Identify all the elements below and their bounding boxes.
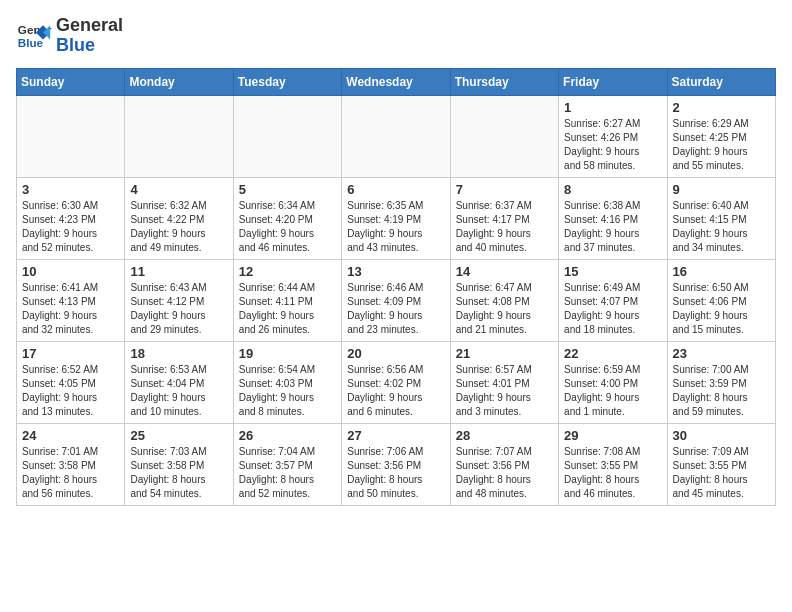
calendar-day-21: 21Sunrise: 6:57 AM Sunset: 4:01 PM Dayli… bbox=[450, 341, 558, 423]
calendar-day-14: 14Sunrise: 6:47 AM Sunset: 4:08 PM Dayli… bbox=[450, 259, 558, 341]
calendar-day-8: 8Sunrise: 6:38 AM Sunset: 4:16 PM Daylig… bbox=[559, 177, 667, 259]
day-detail: Sunrise: 6:41 AM Sunset: 4:13 PM Dayligh… bbox=[22, 281, 119, 337]
weekday-header-sunday: Sunday bbox=[17, 68, 125, 95]
day-detail: Sunrise: 6:50 AM Sunset: 4:06 PM Dayligh… bbox=[673, 281, 770, 337]
day-number: 28 bbox=[456, 428, 553, 443]
calendar-empty-cell bbox=[17, 95, 125, 177]
day-number: 4 bbox=[130, 182, 227, 197]
weekday-header-row: SundayMondayTuesdayWednesdayThursdayFrid… bbox=[17, 68, 776, 95]
day-number: 30 bbox=[673, 428, 770, 443]
calendar-day-4: 4Sunrise: 6:32 AM Sunset: 4:22 PM Daylig… bbox=[125, 177, 233, 259]
day-detail: Sunrise: 6:52 AM Sunset: 4:05 PM Dayligh… bbox=[22, 363, 119, 419]
calendar-day-11: 11Sunrise: 6:43 AM Sunset: 4:12 PM Dayli… bbox=[125, 259, 233, 341]
calendar-week-row: 1Sunrise: 6:27 AM Sunset: 4:26 PM Daylig… bbox=[17, 95, 776, 177]
day-number: 5 bbox=[239, 182, 336, 197]
day-detail: Sunrise: 6:44 AM Sunset: 4:11 PM Dayligh… bbox=[239, 281, 336, 337]
weekday-header-friday: Friday bbox=[559, 68, 667, 95]
day-number: 1 bbox=[564, 100, 661, 115]
day-detail: Sunrise: 6:46 AM Sunset: 4:09 PM Dayligh… bbox=[347, 281, 444, 337]
calendar-day-3: 3Sunrise: 6:30 AM Sunset: 4:23 PM Daylig… bbox=[17, 177, 125, 259]
logo-blue: Blue bbox=[56, 36, 123, 56]
calendar-day-13: 13Sunrise: 6:46 AM Sunset: 4:09 PM Dayli… bbox=[342, 259, 450, 341]
day-detail: Sunrise: 7:04 AM Sunset: 3:57 PM Dayligh… bbox=[239, 445, 336, 501]
day-number: 10 bbox=[22, 264, 119, 279]
day-detail: Sunrise: 6:32 AM Sunset: 4:22 PM Dayligh… bbox=[130, 199, 227, 255]
day-detail: Sunrise: 6:37 AM Sunset: 4:17 PM Dayligh… bbox=[456, 199, 553, 255]
day-detail: Sunrise: 6:29 AM Sunset: 4:25 PM Dayligh… bbox=[673, 117, 770, 173]
calendar-day-5: 5Sunrise: 6:34 AM Sunset: 4:20 PM Daylig… bbox=[233, 177, 341, 259]
day-number: 22 bbox=[564, 346, 661, 361]
calendar-day-17: 17Sunrise: 6:52 AM Sunset: 4:05 PM Dayli… bbox=[17, 341, 125, 423]
day-number: 24 bbox=[22, 428, 119, 443]
day-number: 7 bbox=[456, 182, 553, 197]
day-detail: Sunrise: 6:30 AM Sunset: 4:23 PM Dayligh… bbox=[22, 199, 119, 255]
day-number: 3 bbox=[22, 182, 119, 197]
logo: General Blue General Blue bbox=[16, 16, 123, 56]
logo-general: General bbox=[56, 16, 123, 36]
calendar-week-row: 3Sunrise: 6:30 AM Sunset: 4:23 PM Daylig… bbox=[17, 177, 776, 259]
day-number: 17 bbox=[22, 346, 119, 361]
day-number: 12 bbox=[239, 264, 336, 279]
calendar-empty-cell bbox=[450, 95, 558, 177]
calendar-day-28: 28Sunrise: 7:07 AM Sunset: 3:56 PM Dayli… bbox=[450, 423, 558, 505]
day-detail: Sunrise: 6:40 AM Sunset: 4:15 PM Dayligh… bbox=[673, 199, 770, 255]
page-header: General Blue General Blue bbox=[16, 16, 776, 56]
calendar-table: SundayMondayTuesdayWednesdayThursdayFrid… bbox=[16, 68, 776, 506]
day-detail: Sunrise: 7:00 AM Sunset: 3:59 PM Dayligh… bbox=[673, 363, 770, 419]
day-number: 23 bbox=[673, 346, 770, 361]
day-detail: Sunrise: 7:08 AM Sunset: 3:55 PM Dayligh… bbox=[564, 445, 661, 501]
calendar-day-25: 25Sunrise: 7:03 AM Sunset: 3:58 PM Dayli… bbox=[125, 423, 233, 505]
day-detail: Sunrise: 7:03 AM Sunset: 3:58 PM Dayligh… bbox=[130, 445, 227, 501]
calendar-day-6: 6Sunrise: 6:35 AM Sunset: 4:19 PM Daylig… bbox=[342, 177, 450, 259]
day-number: 15 bbox=[564, 264, 661, 279]
day-number: 6 bbox=[347, 182, 444, 197]
day-detail: Sunrise: 6:43 AM Sunset: 4:12 PM Dayligh… bbox=[130, 281, 227, 337]
calendar-day-12: 12Sunrise: 6:44 AM Sunset: 4:11 PM Dayli… bbox=[233, 259, 341, 341]
day-number: 26 bbox=[239, 428, 336, 443]
calendar-day-16: 16Sunrise: 6:50 AM Sunset: 4:06 PM Dayli… bbox=[667, 259, 775, 341]
calendar-day-1: 1Sunrise: 6:27 AM Sunset: 4:26 PM Daylig… bbox=[559, 95, 667, 177]
day-detail: Sunrise: 7:07 AM Sunset: 3:56 PM Dayligh… bbox=[456, 445, 553, 501]
day-number: 2 bbox=[673, 100, 770, 115]
calendar-empty-cell bbox=[342, 95, 450, 177]
svg-text:Blue: Blue bbox=[18, 36, 44, 49]
day-detail: Sunrise: 6:34 AM Sunset: 4:20 PM Dayligh… bbox=[239, 199, 336, 255]
day-detail: Sunrise: 6:56 AM Sunset: 4:02 PM Dayligh… bbox=[347, 363, 444, 419]
calendar-day-18: 18Sunrise: 6:53 AM Sunset: 4:04 PM Dayli… bbox=[125, 341, 233, 423]
day-number: 25 bbox=[130, 428, 227, 443]
day-number: 14 bbox=[456, 264, 553, 279]
weekday-header-thursday: Thursday bbox=[450, 68, 558, 95]
calendar-day-20: 20Sunrise: 6:56 AM Sunset: 4:02 PM Dayli… bbox=[342, 341, 450, 423]
day-detail: Sunrise: 6:27 AM Sunset: 4:26 PM Dayligh… bbox=[564, 117, 661, 173]
day-detail: Sunrise: 6:57 AM Sunset: 4:01 PM Dayligh… bbox=[456, 363, 553, 419]
calendar-day-9: 9Sunrise: 6:40 AM Sunset: 4:15 PM Daylig… bbox=[667, 177, 775, 259]
calendar-day-23: 23Sunrise: 7:00 AM Sunset: 3:59 PM Dayli… bbox=[667, 341, 775, 423]
calendar-day-10: 10Sunrise: 6:41 AM Sunset: 4:13 PM Dayli… bbox=[17, 259, 125, 341]
calendar-day-7: 7Sunrise: 6:37 AM Sunset: 4:17 PM Daylig… bbox=[450, 177, 558, 259]
calendar-week-row: 17Sunrise: 6:52 AM Sunset: 4:05 PM Dayli… bbox=[17, 341, 776, 423]
day-detail: Sunrise: 6:47 AM Sunset: 4:08 PM Dayligh… bbox=[456, 281, 553, 337]
day-number: 13 bbox=[347, 264, 444, 279]
calendar-day-26: 26Sunrise: 7:04 AM Sunset: 3:57 PM Dayli… bbox=[233, 423, 341, 505]
day-number: 19 bbox=[239, 346, 336, 361]
day-detail: Sunrise: 6:53 AM Sunset: 4:04 PM Dayligh… bbox=[130, 363, 227, 419]
day-number: 16 bbox=[673, 264, 770, 279]
calendar-day-29: 29Sunrise: 7:08 AM Sunset: 3:55 PM Dayli… bbox=[559, 423, 667, 505]
day-detail: Sunrise: 7:09 AM Sunset: 3:55 PM Dayligh… bbox=[673, 445, 770, 501]
day-number: 27 bbox=[347, 428, 444, 443]
day-number: 21 bbox=[456, 346, 553, 361]
calendar-day-24: 24Sunrise: 7:01 AM Sunset: 3:58 PM Dayli… bbox=[17, 423, 125, 505]
calendar-day-15: 15Sunrise: 6:49 AM Sunset: 4:07 PM Dayli… bbox=[559, 259, 667, 341]
day-number: 20 bbox=[347, 346, 444, 361]
day-detail: Sunrise: 7:06 AM Sunset: 3:56 PM Dayligh… bbox=[347, 445, 444, 501]
calendar-day-2: 2Sunrise: 6:29 AM Sunset: 4:25 PM Daylig… bbox=[667, 95, 775, 177]
weekday-header-tuesday: Tuesday bbox=[233, 68, 341, 95]
calendar-day-27: 27Sunrise: 7:06 AM Sunset: 3:56 PM Dayli… bbox=[342, 423, 450, 505]
day-number: 11 bbox=[130, 264, 227, 279]
calendar-empty-cell bbox=[125, 95, 233, 177]
day-number: 9 bbox=[673, 182, 770, 197]
day-number: 29 bbox=[564, 428, 661, 443]
day-detail: Sunrise: 6:49 AM Sunset: 4:07 PM Dayligh… bbox=[564, 281, 661, 337]
weekday-header-monday: Monday bbox=[125, 68, 233, 95]
logo-icon: General Blue bbox=[16, 18, 52, 54]
